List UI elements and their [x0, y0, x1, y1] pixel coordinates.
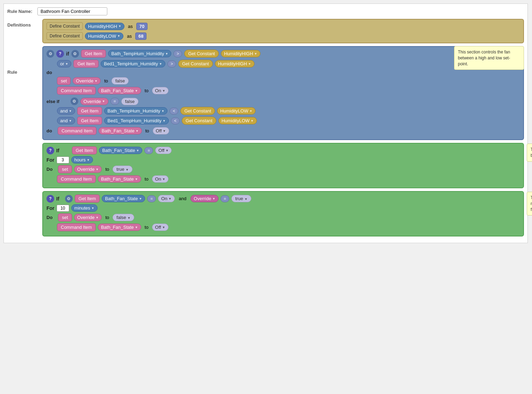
get-item-t2: Get Item	[75, 195, 100, 203]
item-t1-dropdown[interactable]: Bath_Fan_State ▼	[99, 147, 142, 154]
bath-fan-state-dropdown-t2[interactable]: Bath_Fan_State ▼	[98, 224, 141, 231]
hours-dropdown-t1[interactable]: hours ▼	[71, 156, 93, 163]
override-dropdown-1[interactable]: Override ▼	[73, 77, 101, 85]
chevron-and-2: ▼	[69, 119, 72, 123]
main-container: Rule Name: Definitions Rule Define Const…	[3, 3, 528, 243]
override-dropdown-t2-do[interactable]: Override ▼	[74, 214, 102, 221]
bath-fan-state-dropdown-t1[interactable]: Bath_Fan_State ▼	[98, 175, 141, 183]
and-dropdown-1[interactable]: and ▼	[57, 107, 75, 115]
rule-tooltip: This section controls the fan between a …	[454, 46, 524, 70]
const1-value[interactable]: 70	[136, 23, 148, 30]
minutes-dropdown-t2[interactable]: minutes ▼	[71, 204, 98, 212]
chevron-on-t1: ▼	[162, 177, 165, 181]
chevron-icon-2: ▼	[117, 34, 120, 38]
question-icon-t2[interactable]: ?	[46, 195, 54, 203]
rule-name-input[interactable]	[37, 7, 107, 15]
chevron-const-c2: ▼	[248, 62, 251, 66]
off-t1[interactable]: Off ▼	[155, 147, 172, 154]
timer1-section: This timer turns the fan on if it has be…	[42, 143, 524, 188]
or-dropdown[interactable]: or ▼	[57, 60, 71, 67]
bath-fan-state-dropdown-2[interactable]: Bath_Fan_State ▼	[99, 127, 142, 134]
bath-fan-state-dropdown-1[interactable]: Bath_Fan_State ▼	[98, 87, 141, 94]
to-label-cmd-t2: to	[145, 225, 149, 230]
on-t2[interactable]: On ▼	[158, 195, 174, 202]
false-value-1[interactable]: false	[112, 77, 129, 85]
timer1-do-label: Do	[46, 167, 52, 172]
rule-name-label: Rule Name:	[7, 9, 35, 14]
rule-section: ⚙ ? if ⚙ Get Item Bath_TempHum_Humidity …	[42, 46, 524, 140]
timer1-for-keyword: For	[46, 157, 55, 163]
chevron-off-t2: ▼	[162, 226, 165, 229]
to-label-t2: to	[105, 215, 109, 220]
chevron-or: ▼	[65, 62, 69, 66]
op1-t2[interactable]: =	[147, 195, 156, 202]
chevron-off-t1: ▼	[165, 149, 168, 152]
chevron-const-ei2: ▼	[251, 119, 254, 123]
get-item-ei1: Get Item	[77, 107, 102, 115]
true-val-t1[interactable]: true ▼	[113, 166, 132, 173]
timer2-for-row: For minutes ▼	[46, 204, 520, 212]
to-label-cmd-2: to	[145, 128, 149, 133]
question-icon-t1[interactable]: ?	[46, 147, 54, 154]
op-ei2[interactable]: <	[171, 117, 180, 124]
override-t2[interactable]: Override ▼	[190, 195, 218, 202]
const1-c1-dropdown[interactable]: HumidityHIGH ▼	[221, 50, 260, 57]
item-ei2-dropdown[interactable]: Bed1_TempHum_Humidity ▼	[104, 117, 169, 124]
op-ei1[interactable]: <	[170, 108, 178, 115]
eq-op-ei[interactable]: =	[110, 98, 119, 105]
get-const-ei1: Get Constant	[180, 107, 215, 115]
override-dropdown-ei[interactable]: Override ▼	[80, 98, 108, 105]
off-value-1[interactable]: Off ▼	[153, 127, 169, 134]
false-val-t2[interactable]: false ▼	[113, 214, 134, 221]
item1-c2-dropdown[interactable]: Bed1_TempHum_Humidity ▼	[101, 60, 165, 67]
chevron-fan-t2: ▼	[135, 226, 138, 229]
timer1-if-keyword: If	[56, 148, 59, 153]
timer1-command-row: Command Item Bath_Fan_State ▼ to On ▼	[57, 175, 520, 183]
chevron-fan-1: ▼	[135, 89, 138, 93]
timer2-for-keyword: For	[46, 205, 55, 211]
gear-icon-rule[interactable]: ⚙	[46, 50, 54, 58]
set-label-t2: set	[58, 213, 72, 221]
item-ei1-dropdown[interactable]: Bath_TempHum_Humidity ▼	[104, 107, 167, 115]
chevron-ei1: ▼	[161, 109, 165, 113]
definitions-section: Define Constant HumidityHIGH ▼ as 70 Def…	[42, 19, 524, 43]
as-label-2: as	[127, 34, 132, 39]
const-ei1-dropdown[interactable]: HumidityLOW ▼	[217, 107, 256, 115]
definitions-sidebar-label: Definitions	[7, 21, 31, 28]
op2-t2[interactable]: =	[221, 195, 229, 202]
off-val-t2[interactable]: Off ▼	[152, 224, 168, 231]
item-t2-dropdown[interactable]: Bath_Fan_State ▼	[102, 195, 145, 202]
chevron-icon: ▼	[118, 24, 121, 28]
op-c1[interactable]: >	[173, 50, 182, 57]
timer2-num-input[interactable]	[57, 205, 69, 212]
const2-value[interactable]: 68	[135, 32, 146, 40]
set-override-row: set Override ▼ to false	[57, 77, 520, 85]
timer1-num-input[interactable]	[57, 156, 69, 163]
const1-name-dropdown[interactable]: HumidityHIGH ▼	[85, 23, 124, 30]
const2-name-dropdown[interactable]: HumidityLOW ▼	[85, 32, 123, 40]
to-label-t1: to	[105, 167, 109, 172]
true-t2[interactable]: true ▼	[231, 195, 251, 202]
const-ei2-dropdown[interactable]: HumidityLOW ▼	[218, 117, 257, 124]
question-icon-rule[interactable]: ?	[56, 50, 64, 58]
gear-icon-else-if[interactable]: ⚙	[71, 97, 78, 105]
false-val-ei[interactable]: false	[121, 98, 138, 105]
op-c2[interactable]: >	[167, 60, 176, 67]
on-value-1[interactable]: On ▼	[152, 87, 168, 94]
chevron-t2: ▼	[139, 197, 142, 200]
const1-c2-dropdown[interactable]: HumidityHIGH ▼	[215, 60, 254, 67]
to-label-cmd-t1: to	[145, 176, 149, 182]
gear-icon-rule2[interactable]: ⚙	[71, 50, 79, 58]
op-t1[interactable]: =	[144, 147, 153, 154]
on-val-t1[interactable]: On ▼	[152, 175, 168, 183]
gear-icon-t2[interactable]: ⚙	[65, 195, 73, 203]
chevron-true-t2: ▼	[244, 197, 247, 201]
chevron-override-t1: ▼	[96, 168, 99, 171]
override-dropdown-t1[interactable]: Override ▼	[74, 166, 102, 173]
and-dropdown-2[interactable]: and ▼	[57, 117, 75, 124]
timer2-do-label: Do	[46, 215, 52, 220]
item1-c1-dropdown[interactable]: Bath_TempHum_Humidity ▼	[108, 50, 171, 57]
chevron-and-1: ▼	[69, 109, 72, 113]
get-const-c1: Get Constant	[184, 50, 219, 58]
command-label-2: Command Item	[58, 127, 96, 135]
